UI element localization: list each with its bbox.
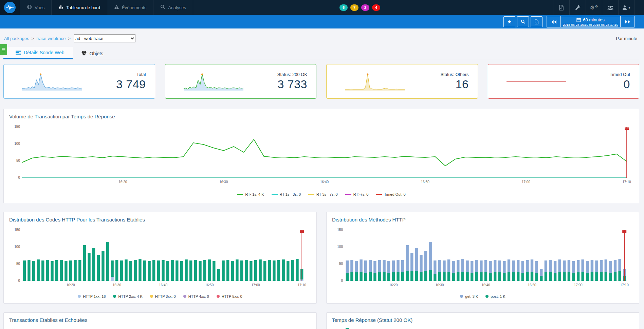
panel-http-methods: Distribution des Méthodes HTTP 050100150…	[326, 212, 639, 304]
pdf-file-icon	[534, 19, 539, 24]
time-range-control: 60 minutes 2018-06-28 16:10 to 2018-06-2…	[547, 16, 634, 27]
axis-tick: 16:30	[219, 180, 228, 184]
axis-tick: 100	[14, 245, 20, 249]
line-chart-response-time[interactable]: 05010015016:2016:3016:4016:5017:0017:10R…	[9, 123, 633, 196]
card-value: 3 733	[244, 78, 308, 91]
axis-tick: 16:50	[528, 283, 536, 287]
legend-marker	[78, 295, 81, 298]
sidebar-toggle[interactable]: ☰	[0, 44, 7, 55]
legend-item[interactable]: RT 1s - 3s: 0	[272, 192, 301, 196]
legend-label: RT<1s: 4 K	[245, 192, 264, 196]
time-range-display[interactable]: 60 minutes 2018-06-28 16:10 to 2018-06-2…	[561, 16, 620, 27]
breadcrumb-separator: >	[32, 36, 34, 41]
badge-yellow[interactable]: 7	[350, 4, 358, 11]
legend-item[interactable]: post: 1 K	[485, 294, 505, 298]
gears-icon[interactable]: ⚙⚙	[586, 0, 602, 15]
time-range-dates: 2018-06-28 16:10 to 2018-06-28 17:10	[563, 23, 618, 26]
legend-item[interactable]: HTTP 5xx: 0	[217, 294, 242, 298]
user-menu[interactable]: ▾	[618, 0, 634, 15]
details-list-icon	[16, 50, 21, 55]
legend-item[interactable]: get: 3 K	[460, 294, 478, 298]
axis-tick: 17:10	[298, 283, 306, 287]
breadcrumb-all-packages[interactable]: All packages	[4, 36, 29, 41]
legend-label: RT>7s: 0	[353, 192, 369, 196]
card-label: Timed Out	[567, 72, 630, 77]
nav-item-tableaux-de-bord[interactable]: Tableaux de bord	[52, 0, 107, 15]
legend-item[interactable]: HTTP 1xx: 16	[78, 294, 106, 298]
axis-tick: 150	[14, 125, 20, 129]
legend-label: Timed Out: 0	[384, 192, 405, 196]
axis-tick: 0	[18, 176, 20, 179]
star-icon: ★	[507, 19, 512, 24]
panel-temps-de-reponse: Temps de Réponse (Statut 200 OK)	[326, 312, 640, 329]
axis-tick: 100	[337, 245, 343, 249]
legend-item[interactable]: RT 3s - 7s: 0	[308, 192, 338, 196]
users-icon[interactable]	[602, 0, 618, 15]
badge-red[interactable]: 4	[372, 4, 380, 11]
nav-item-evenements[interactable]: Évènements	[107, 0, 153, 15]
legend-marker	[376, 194, 382, 195]
rewind-icon	[551, 20, 557, 24]
axis-tick: 16:50	[205, 283, 214, 287]
legend-item[interactable]: HTTP 3xx: 0	[150, 294, 176, 298]
time-cursor-handle-icon	[625, 128, 629, 129]
axis-tick: 150	[14, 228, 20, 232]
bar-chart-http-methods[interactable]: 05010015016:2016:3016:4016:5017:0017:10g…	[332, 227, 633, 299]
pdf-button[interactable]	[531, 16, 542, 27]
legend-label: get: 3 K	[465, 294, 478, 298]
axis-tick: 0	[18, 279, 20, 283]
card-value: 3 749	[82, 78, 146, 91]
tab-details-sonde-web[interactable]: Détails Sonde Web	[3, 47, 73, 59]
app-logo[interactable]	[0, 0, 20, 15]
nav-item-vues[interactable]: Vues	[20, 0, 52, 15]
breadcrumb-separator: >	[68, 36, 71, 41]
breadcrumb-package[interactable]: trace-webtrace	[36, 36, 66, 41]
chart-canvas: 05010015016:2016:3016:4016:5017:0017:10	[9, 227, 311, 289]
legend-marker	[272, 194, 278, 195]
time-cursor-handle-icon	[625, 127, 629, 128]
legend-label: HTTP 4xx: 0	[188, 294, 209, 298]
favorite-button[interactable]: ★	[503, 16, 515, 27]
legend-item[interactable]: RT<1s: 4 K	[237, 192, 264, 196]
legend-item[interactable]: HTTP 4xx: 0	[183, 294, 209, 298]
bar-chart-http-codes[interactable]: 05010015016:2016:3016:4016:5017:0017:10H…	[9, 227, 311, 299]
search-button[interactable]	[517, 16, 529, 27]
time-range-label: 60 minutes	[583, 17, 605, 22]
card-label: Status: 200 OK	[244, 72, 308, 77]
panel-title: Transactions Etablies et Echouées	[9, 317, 311, 323]
sparkline	[183, 72, 244, 91]
badge-teal[interactable]: 6	[339, 4, 348, 11]
card-status-200[interactable]: Status: 200 OK 3 733	[165, 64, 317, 99]
axis-tick: 16:40	[320, 180, 329, 184]
wrench-icon[interactable]	[569, 0, 586, 15]
badge-magenta[interactable]: 2	[361, 4, 369, 11]
legend-item[interactable]: HTTP 2xx: 4 K	[113, 294, 142, 298]
legend-marker	[460, 295, 463, 298]
legend-marker	[345, 194, 351, 195]
tabs-bar: Détails Sonde Web Objets	[3, 47, 639, 59]
axis-tick: 16:40	[159, 283, 167, 287]
card-status-others[interactable]: Status: Others 16	[326, 64, 478, 99]
legend-marker	[183, 295, 186, 298]
legend-item[interactable]: RT>7s: 0	[345, 192, 369, 196]
card-timed-out[interactable]: Timed Out 0	[488, 64, 640, 99]
panel-volume-transaction: Volume de Transaction par Temps de Répon…	[3, 109, 639, 203]
object-select[interactable]: ad - web trace	[74, 34, 135, 42]
time-cursor-handle-icon	[625, 129, 629, 130]
time-forward-button[interactable]	[620, 16, 634, 27]
tab-objets[interactable]: Objets	[73, 48, 111, 59]
search-icon	[160, 4, 165, 11]
nav-item-analyses[interactable]: Analyses	[153, 0, 193, 15]
legend-marker	[308, 194, 314, 195]
time-back-button[interactable]	[547, 16, 561, 27]
pdf-export-icon[interactable]	[553, 0, 569, 15]
card-label: Status: Others	[405, 72, 469, 77]
legend-item[interactable]: Timed Out: 0	[376, 192, 405, 196]
nav-label: Tableaux de bord	[66, 5, 100, 10]
card-total[interactable]: Total 3 749	[3, 64, 155, 99]
panel-title: Distribution des Codes HTTP Pour les Tra…	[9, 217, 311, 222]
axis-tick: 50	[16, 262, 20, 266]
search-icon	[521, 19, 526, 24]
chart-legend: HTTP 1xx: 16HTTP 2xx: 4 KHTTP 3xx: 0HTTP…	[9, 293, 311, 299]
navbar-right-icons: ⚙⚙ ▾	[553, 0, 634, 15]
